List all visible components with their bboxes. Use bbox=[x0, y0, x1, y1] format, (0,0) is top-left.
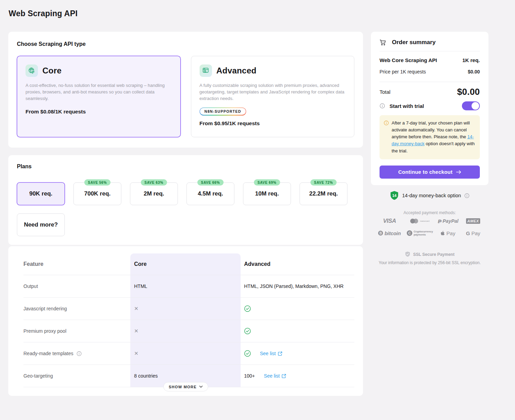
bitcoin-wordmark: bitcoin bbox=[384, 230, 401, 236]
warning-info-icon bbox=[384, 120, 389, 154]
unit-price-value: $0.00 bbox=[468, 69, 480, 74]
n8n-supported-badge: N8N-SUPPORTED bbox=[200, 108, 246, 116]
google-pay-wordmark: Pay bbox=[471, 230, 480, 236]
mastercard-wordmark: mastercard bbox=[420, 220, 430, 222]
money-back-label: 14-day money-back option bbox=[402, 193, 461, 198]
plan-option-90k[interactable]: 90K req. bbox=[17, 182, 65, 205]
n8n-supported-badge-label: N8N-SUPPORTED bbox=[200, 108, 246, 115]
product-quantity: 1K req. bbox=[462, 57, 480, 63]
ssl-note: Your information is protected by 256-bit… bbox=[371, 260, 488, 265]
feature-name: Premium proxy pool bbox=[23, 328, 130, 334]
plans-title: Plans bbox=[17, 163, 354, 170]
accepted-payments-title: Accepted payment methods: bbox=[371, 210, 488, 215]
core-value: 8 countries bbox=[134, 373, 158, 379]
start-with-trial-row: Start with trial bbox=[380, 101, 480, 110]
globe-send-icon bbox=[26, 64, 38, 77]
see-list-label: See list bbox=[260, 351, 276, 356]
table-row-output: Output HTML HTML, JSON (Parsed), Markdow… bbox=[23, 275, 354, 298]
ssl-label: SSL Secure Payment bbox=[413, 252, 455, 257]
feature-name: Ready-made templates bbox=[23, 351, 130, 356]
page-title: Web Scraping API bbox=[9, 9, 78, 18]
mastercard-logo: mastercard bbox=[405, 219, 435, 223]
mastercard-circles-icon bbox=[410, 219, 418, 223]
crypto-wordmark: Cryptocurrency payments bbox=[414, 230, 433, 237]
unit-price-label: Price per 1K requests bbox=[380, 69, 426, 74]
payment-methods-grid: VISA mastercard P PayPal AMEX B bitcoin … bbox=[374, 218, 485, 237]
plan-options-row: 90K req. SAVE 56% 700K req. SAVE 63% 2M … bbox=[17, 182, 354, 205]
api-type-options: Core A cost-effective, no-fuss solution … bbox=[17, 56, 354, 137]
plan-label: 2M req. bbox=[144, 190, 164, 197]
save-badge: SAVE 63% bbox=[141, 179, 167, 186]
plan-option-2m[interactable]: SAVE 63% 2M req. bbox=[130, 182, 178, 205]
feature-name-text: Ready-made templates bbox=[23, 351, 73, 356]
show-more-button[interactable]: SHOW MORE bbox=[163, 382, 208, 391]
need-more-label: Need more? bbox=[24, 221, 58, 228]
plan-option-4-5m[interactable]: SAVE 66% 4.5M req. bbox=[186, 182, 234, 205]
feature-name: Geo-targeting bbox=[23, 373, 130, 379]
total-label: Total bbox=[380, 89, 391, 95]
need-more-row: Need more? bbox=[17, 213, 354, 236]
info-icon[interactable] bbox=[77, 351, 82, 356]
toggle-knob bbox=[472, 102, 479, 110]
apple-pay-wordmark: Pay bbox=[446, 230, 455, 236]
header-feature: Feature bbox=[23, 261, 130, 267]
continue-to-checkout-button[interactable]: Continue to checkout bbox=[380, 166, 480, 179]
external-link-icon bbox=[278, 351, 282, 356]
feature-table: Feature Core Advanced Output HTML HTML, … bbox=[23, 253, 354, 387]
info-icon[interactable] bbox=[464, 193, 469, 198]
paypal-p-icon: P bbox=[438, 218, 441, 224]
plan-option-700k[interactable]: SAVE 56% 700K req. bbox=[73, 182, 121, 205]
order-summary-card: Order summary Web Core Scraping API 1K r… bbox=[371, 32, 488, 185]
trial-toggle[interactable] bbox=[462, 101, 480, 110]
table-row-ready-made-templates: Ready-made templates ✕ See list bbox=[23, 342, 354, 365]
paypal-wordmark: PayPal bbox=[443, 218, 458, 224]
advanced-header: Advanced bbox=[200, 64, 346, 77]
paypal-logo: P PayPal bbox=[435, 218, 461, 224]
apple-pay-logo: Pay bbox=[435, 230, 461, 236]
trial-warning-text: After a 7-day trial, your chosen plan wi… bbox=[392, 120, 475, 154]
advanced-option-name: Advanced bbox=[216, 66, 256, 76]
plan-label: 700K req. bbox=[84, 190, 111, 197]
summary-total-row: Total $0.00 bbox=[380, 87, 480, 97]
info-icon[interactable] bbox=[380, 103, 385, 109]
need-more-button[interactable]: Need more? bbox=[17, 213, 65, 236]
check-circle-icon bbox=[244, 328, 251, 334]
google-g-icon: G bbox=[466, 230, 470, 236]
trial-note-pre: After a 7-day trial, your chosen plan wi… bbox=[392, 120, 470, 139]
bitcoin-circle-icon: B bbox=[378, 231, 383, 236]
visa-logo: VISA bbox=[374, 218, 405, 224]
plan-label: 22.2M req. bbox=[309, 190, 338, 197]
browser-search-icon bbox=[200, 64, 212, 77]
cross-icon: ✕ bbox=[134, 306, 139, 311]
external-link-icon bbox=[282, 374, 286, 378]
order-summary-header: Order summary bbox=[380, 39, 480, 51]
trial-warning-box: After a 7-day trial, your chosen plan wi… bbox=[380, 115, 480, 159]
plan-option-22-2m[interactable]: SAVE 72% 22.2M req. bbox=[300, 182, 347, 205]
api-type-option-advanced[interactable]: Advanced A fully customizable scraping s… bbox=[191, 56, 355, 137]
feature-name: Output bbox=[23, 283, 130, 289]
see-list-label: See list bbox=[264, 373, 280, 379]
core-option-price: From $0.08/1K requests bbox=[26, 109, 172, 115]
check-circle-icon bbox=[244, 350, 251, 357]
table-row-javascript-rendering: Javascript rendering ✕ bbox=[23, 298, 354, 320]
summary-unit-price-row: Price per 1K requests $0.00 bbox=[380, 69, 480, 74]
save-badge: SAVE 69% bbox=[254, 179, 280, 186]
summary-product-row: Web Core Scraping API 1K req. bbox=[380, 57, 480, 63]
header-advanced: Advanced bbox=[241, 261, 354, 267]
see-list-link-geo[interactable]: See list bbox=[264, 373, 286, 379]
choose-api-type-title: Choose Scraping API type bbox=[17, 41, 354, 47]
api-type-option-core[interactable]: Core A cost-effective, no-fuss solution … bbox=[17, 56, 181, 137]
start-with-trial-label: Start with trial bbox=[390, 103, 424, 109]
visa-wordmark: VISA bbox=[383, 218, 396, 224]
see-list-link-templates[interactable]: See list bbox=[260, 351, 282, 356]
plan-option-10m[interactable]: SAVE 69% 10M req. bbox=[243, 182, 291, 205]
bitcoin-logo: B bitcoin bbox=[374, 230, 405, 236]
table-row-premium-proxy-pool: Premium proxy pool ✕ bbox=[23, 320, 354, 342]
feature-name: Javascript rendering bbox=[23, 306, 130, 311]
plan-label: 10M req. bbox=[255, 190, 279, 197]
choose-api-type-card: Choose Scraping API type Core A cost-eff… bbox=[8, 32, 363, 148]
cryptocurrency-logo: C Cryptocurrency payments bbox=[405, 230, 435, 237]
total-value: $0.00 bbox=[457, 87, 480, 97]
product-name: Web Core Scraping API bbox=[380, 57, 437, 63]
save-badge: SAVE 72% bbox=[310, 179, 337, 186]
